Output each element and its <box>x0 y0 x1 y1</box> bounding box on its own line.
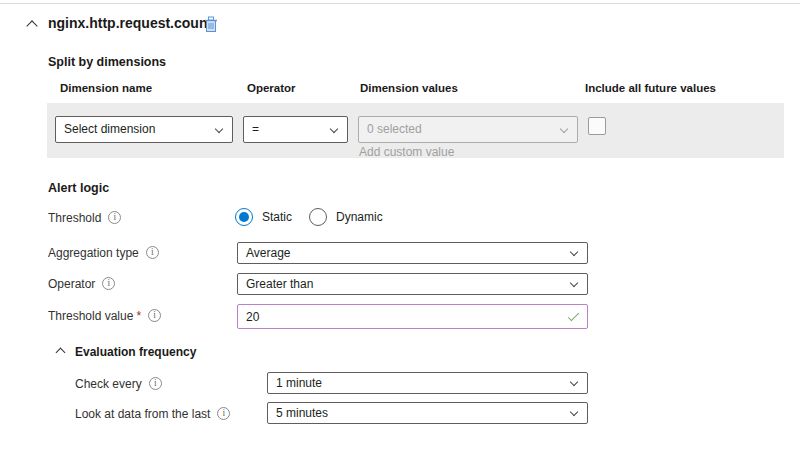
info-icon[interactable] <box>217 407 230 420</box>
threshold-value-label: Threshold value* <box>48 309 161 323</box>
chevron-down-icon <box>560 125 568 133</box>
metric-title: nginx.http.request.count <box>48 15 212 31</box>
column-header-dimension-name: Dimension name <box>60 82 152 94</box>
check-every-label-text: Check every <box>75 377 142 391</box>
chevron-down-icon <box>570 248 578 256</box>
threshold-value-input[interactable] <box>237 304 588 329</box>
threshold-value-label-text: Threshold value <box>48 309 133 323</box>
alert-operator-select-value: Greater than <box>246 277 313 291</box>
section-heading-evaluation-frequency: Evaluation frequency <box>75 345 196 359</box>
top-divider <box>0 3 800 4</box>
check-every-select[interactable]: 1 minute <box>267 372 588 394</box>
dimension-values-select-value: 0 selected <box>367 122 422 136</box>
column-header-include-future-values: Include all future values <box>585 82 716 94</box>
info-icon[interactable] <box>102 277 115 290</box>
chevron-down-icon <box>570 378 578 386</box>
info-icon[interactable] <box>149 377 162 390</box>
radio-dynamic-label[interactable]: Dynamic <box>336 210 383 224</box>
lookback-select[interactable]: 5 minutes <box>267 402 588 424</box>
lookback-label-text: Look at data from the last <box>75 407 210 421</box>
operator-label-text: Operator <box>48 277 95 291</box>
dimension-operator-select[interactable]: = <box>243 116 348 143</box>
add-custom-value-link[interactable]: Add custom value <box>359 145 454 159</box>
column-header-dimension-values: Dimension values <box>360 82 458 94</box>
evaluation-frequency-chevron-icon[interactable] <box>56 348 66 358</box>
chevron-down-icon <box>570 279 578 287</box>
info-icon[interactable] <box>148 309 161 322</box>
aggregation-type-select-value: Average <box>246 246 290 260</box>
dimension-values-select[interactable]: 0 selected <box>358 116 578 143</box>
alert-operator-select[interactable]: Greater than <box>237 273 588 295</box>
aggregation-type-label-text: Aggregation type <box>48 246 139 260</box>
info-icon[interactable] <box>146 246 159 259</box>
required-asterisk: * <box>136 309 141 323</box>
operator-label: Operator <box>48 277 115 291</box>
radio-dynamic[interactable] <box>309 208 327 226</box>
threshold-radio-group: Static Dynamic <box>235 208 391 226</box>
section-heading-alert-logic: Alert logic <box>48 181 109 195</box>
threshold-label: Threshold <box>48 211 121 225</box>
info-icon[interactable] <box>108 211 121 224</box>
include-future-values-checkbox[interactable] <box>588 117 606 135</box>
chevron-down-icon <box>570 408 578 416</box>
check-every-select-value: 1 minute <box>276 376 322 390</box>
column-header-operator: Operator <box>247 82 296 94</box>
radio-static[interactable] <box>235 208 253 226</box>
aggregation-type-select[interactable]: Average <box>237 242 588 264</box>
delete-icon[interactable] <box>204 16 220 34</box>
threshold-label-text: Threshold <box>48 211 101 225</box>
section-heading-split-by-dimensions: Split by dimensions <box>48 55 166 69</box>
lookback-select-value: 5 minutes <box>276 406 328 420</box>
lookback-label: Look at data from the last <box>75 407 230 421</box>
trash-icon-glyph <box>204 16 218 33</box>
radio-static-label[interactable]: Static <box>262 210 292 224</box>
chevron-down-icon <box>330 125 338 133</box>
check-every-label: Check every <box>75 377 162 391</box>
chevron-down-icon <box>215 125 223 133</box>
dimension-name-select-value: Select dimension <box>64 122 155 136</box>
dimension-operator-select-value: = <box>252 122 259 136</box>
aggregation-type-label: Aggregation type <box>48 246 159 260</box>
collapse-chevron-icon[interactable] <box>26 20 37 31</box>
dimension-name-select[interactable]: Select dimension <box>55 116 233 143</box>
